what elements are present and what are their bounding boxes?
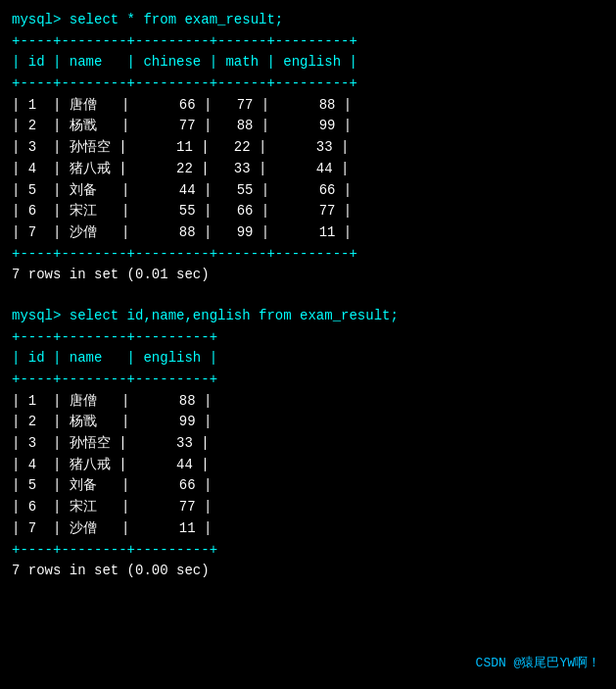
divider1-bot: +----+--------+---------+------+--------… xyxy=(12,244,604,266)
query2-section: mysql> select id,name,english from exam_… xyxy=(12,306,604,582)
header-full: | id | name | chinese | math | english | xyxy=(12,52,604,74)
watermark: CSDN @猿尾巴YW啊！ xyxy=(476,654,600,671)
divider2-top: +----+--------+---------+ xyxy=(12,327,604,349)
blank-line xyxy=(12,292,604,306)
row-full-5: | 5 | 刘备 | 44 | 55 | 66 | xyxy=(12,180,604,202)
row-short-6: | 6 | 宋江 | 77 | xyxy=(12,497,604,518)
divider2-mid: +----+--------+---------+ xyxy=(12,369,604,391)
rowcount2: 7 rows in set (0.00 sec) xyxy=(12,561,604,582)
row-short-4: | 4 | 猪八戒 | 44 | xyxy=(12,455,604,476)
row-full-3: | 3 | 孙悟空 | 11 | 22 | 33 | xyxy=(12,137,604,159)
row-short-3: | 3 | 孙悟空 | 33 | xyxy=(12,433,604,455)
divider2-bot: +----+--------+---------+ xyxy=(12,540,604,562)
row-full-6: | 6 | 宋江 | 55 | 66 | 77 | xyxy=(12,201,604,222)
query1-section: mysql> select * from exam_result; +----+… xyxy=(12,10,604,286)
query1-command: mysql> select * from exam_result; xyxy=(12,10,604,31)
row-short-2: | 2 | 杨戬 | 99 | xyxy=(12,412,604,433)
row-full-7: | 7 | 沙僧 | 88 | 99 | 11 | xyxy=(12,222,604,244)
query2-command: mysql> select id,name,english from exam_… xyxy=(12,306,604,327)
rowcount1: 7 rows in set (0.01 sec) xyxy=(12,265,604,286)
row-full-1: | 1 | 唐僧 | 66 | 77 | 88 | xyxy=(12,95,604,117)
row-full-4: | 4 | 猪八戒 | 22 | 33 | 44 | xyxy=(12,159,604,180)
divider1-top: +----+--------+---------+------+--------… xyxy=(12,31,604,53)
row-short-5: | 5 | 刘备 | 66 | xyxy=(12,475,604,497)
header-short: | id | name | english | xyxy=(12,348,604,369)
divider1-mid: +----+--------+---------+------+--------… xyxy=(12,74,604,95)
row-short-1: | 1 | 唐僧 | 88 | xyxy=(12,391,604,413)
row-short-7: | 7 | 沙僧 | 11 | xyxy=(12,518,604,540)
row-full-2: | 2 | 杨戬 | 77 | 88 | 99 | xyxy=(12,116,604,137)
terminal-container: mysql> select * from exam_result; +----+… xyxy=(12,10,604,582)
